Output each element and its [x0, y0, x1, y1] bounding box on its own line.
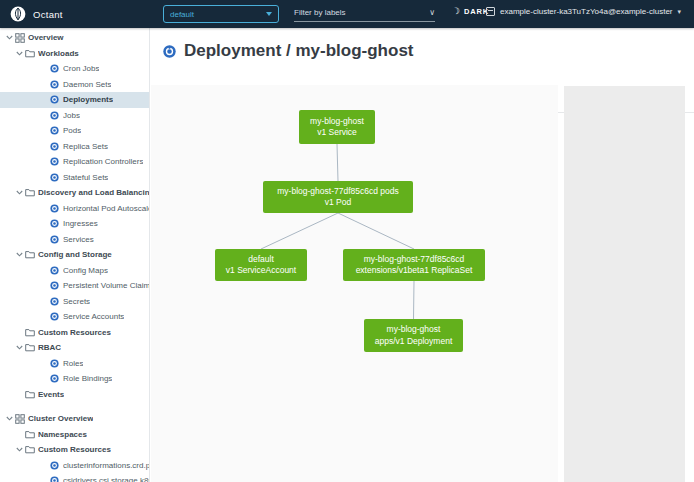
octant-logo: Octant — [10, 6, 63, 22]
resource-icon — [50, 80, 63, 89]
resource-icon — [50, 204, 63, 213]
namespace-dropdown[interactable]: default — [163, 5, 279, 23]
dark-theme-toggle[interactable]: ☽ DARK — [452, 7, 489, 16]
sidebar-item-label: clusterinformations.crd.projec — [63, 461, 149, 470]
sidebar-item-label: Ingresses — [63, 219, 98, 228]
app-title: Octant — [33, 9, 63, 20]
sidebar-item-label: Discovery and Load Balancing — [38, 188, 149, 197]
sidebar-item-label: RBAC — [38, 343, 61, 352]
folder-icon — [25, 328, 38, 337]
sidebar-item-label: Custom Resources — [38, 328, 111, 337]
resource-icon — [50, 142, 63, 151]
sidebar-item-namespaces[interactable]: Namespaces — [0, 427, 149, 443]
resource-icon — [50, 312, 63, 321]
sidebar-item-services[interactable]: Services — [0, 232, 149, 248]
sidebar-item-label: Jobs — [63, 111, 80, 120]
graph-node-name: my-blog-ghost-77df85c6cd pods — [277, 186, 398, 197]
sidebar-item-label: Cron Jobs — [63, 64, 99, 73]
chevron-down-icon[interactable] — [13, 51, 25, 56]
sidebar-item-label: Config and Storage — [38, 250, 112, 259]
chevron-down-icon[interactable] — [3, 416, 15, 421]
graph-node-pod[interactable]: my-blog-ghost-77df85c6cd podsv1 Pod — [263, 181, 413, 213]
graph-node-deployment[interactable]: my-blog-ghostapps/v1 Deployment — [364, 319, 463, 352]
sidebar-item-csidrivers-csi-storage-k8s-io[interactable]: csidrivers.csi.storage.k8s.io — [0, 473, 149, 482]
sidebar-item-clusterinformations-crd-projec[interactable]: clusterinformations.crd.projec — [0, 458, 149, 474]
graph-node-name: default — [248, 254, 274, 265]
graph-node-replicaset[interactable]: my-blog-ghost-77df85c6cdextensions/v1bet… — [343, 249, 485, 281]
sidebar-item-persistent-volume-claims[interactable]: Persistent Volume Claims — [0, 278, 149, 294]
folder-icon — [25, 430, 38, 439]
resource-viewer-canvas[interactable]: my-blog-ghostv1 Servicemy-blog-ghost-77d… — [151, 85, 558, 482]
page-title-row: Deployment / my-blog-ghost — [163, 41, 414, 61]
sidebar-item-secrets[interactable]: Secrets — [0, 294, 149, 310]
sidebar-item-label: Horizontal Pod Autoscalers — [63, 204, 149, 213]
chevron-down-icon[interactable] — [13, 190, 25, 195]
chevron-down-icon[interactable] — [3, 35, 15, 40]
sidebar-item-deployments[interactable]: Deployments — [0, 92, 149, 108]
graph-node-kind: v1 Service — [317, 127, 357, 138]
graph-node-kind: extensions/v1beta1 ReplicaSet — [356, 265, 473, 276]
sidebar-item-label: Cluster Overview — [28, 414, 93, 423]
sidebar-item-pods[interactable]: Pods — [0, 123, 149, 139]
sidebar-item-service-accounts[interactable]: Service Accounts — [0, 309, 149, 325]
sidebar-item-label: Service Accounts — [63, 312, 124, 321]
sidebar-item-stateful-sets[interactable]: Stateful Sets — [0, 170, 149, 186]
sidebar-item-jobs[interactable]: Jobs — [0, 108, 149, 124]
sidebar-item-replication-controllers[interactable]: Replication Controllers — [0, 154, 149, 170]
chevron-down-icon[interactable] — [13, 252, 25, 257]
chevron-down-icon[interactable] — [13, 345, 25, 350]
namespace-selected-value: default — [170, 10, 194, 19]
sidebar-item-config-and-storage[interactable]: Config and Storage — [0, 247, 149, 263]
graph-node-service[interactable]: my-blog-ghostv1 Service — [299, 110, 375, 144]
app-header: Octant default Filter by labels ∨ ☽ DARK… — [0, 0, 694, 28]
sidebar-item-label: Secrets — [63, 297, 90, 306]
cluster-context-label: example-cluster-ka3TuTzYo4a@example-clus… — [500, 7, 673, 16]
sidebar-item-replica-sets[interactable]: Replica Sets — [0, 139, 149, 155]
octant-logo-icon — [10, 6, 26, 22]
graph-node-serviceaccount[interactable]: defaultv1 ServiceAccount — [215, 249, 307, 281]
resource-icon — [50, 297, 63, 306]
sidebar-item-role-bindings[interactable]: Role Bindings — [0, 371, 149, 387]
resource-icon — [50, 476, 63, 482]
resource-icon — [50, 126, 63, 135]
graph-node-kind: apps/v1 Deployment — [375, 336, 453, 347]
sidebar-item-rbac[interactable]: RBAC — [0, 340, 149, 356]
sidebar-item-roles[interactable]: Roles — [0, 356, 149, 372]
sidebar-item-custom-resources[interactable]: Custom Resources — [0, 442, 149, 458]
resource-icon — [50, 281, 63, 290]
resource-icon — [50, 173, 63, 182]
folder-icon — [25, 188, 38, 197]
sidebar-item-label: Stateful Sets — [63, 173, 108, 182]
resource-icon — [50, 374, 63, 383]
sidebar-item-label: Persistent Volume Claims — [63, 281, 149, 290]
sidebar-item-events[interactable]: Events — [0, 387, 149, 403]
sidebar-item-label: Replica Sets — [63, 142, 108, 151]
sidebar-item-config-maps[interactable]: Config Maps — [0, 263, 149, 279]
sidebar-item-horizontal-pod-autoscalers[interactable]: Horizontal Pod Autoscalers — [0, 201, 149, 217]
sidebar-item-label: Namespaces — [38, 430, 87, 439]
moon-icon: ☽ — [451, 6, 461, 17]
sidebar-item-cron-jobs[interactable]: Cron Jobs — [0, 61, 149, 77]
sidebar-item-daemon-sets[interactable]: Daemon Sets — [0, 77, 149, 93]
sidebar-item-label: Config Maps — [63, 266, 108, 275]
sidebar-item-custom-resources[interactable]: Custom Resources — [0, 325, 149, 341]
sidebar-item-overview[interactable]: Overview — [0, 30, 149, 46]
cluster-context-dropdown[interactable]: example-cluster-ka3TuTzYo4a@example-clus… — [486, 7, 681, 16]
sidebar-item-workloads[interactable]: Workloads — [0, 46, 149, 62]
sidebar-item-ingresses[interactable]: Ingresses — [0, 216, 149, 232]
graph-edge-pod-replicaset — [338, 213, 414, 249]
graph-node-name: my-blog-ghost — [387, 324, 441, 335]
sidebar-item-discovery-and-load-balancing[interactable]: Discovery and Load Balancing — [0, 185, 149, 201]
sidebar-item-label: Replication Controllers — [63, 157, 143, 166]
sidebar-item-cluster-overview[interactable]: Cluster Overview — [0, 411, 149, 427]
folder-icon — [25, 343, 38, 352]
graph-node-kind: v1 ServiceAccount — [226, 265, 296, 276]
graph-edges — [151, 85, 558, 482]
chevron-down-icon[interactable] — [13, 447, 25, 452]
resource-icon — [50, 64, 63, 73]
label-filter-input[interactable]: Filter by labels ∨ — [294, 4, 435, 22]
chevron-down-icon — [266, 12, 272, 16]
sidebar-item-label: Role Bindings — [63, 374, 112, 383]
resource-icon — [50, 359, 63, 368]
sidebar-item-label: Pods — [63, 126, 81, 135]
